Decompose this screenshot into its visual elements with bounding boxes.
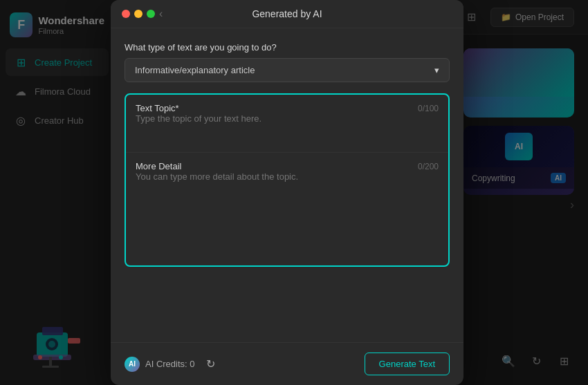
chevron-down-icon: ▾ xyxy=(434,65,439,75)
question-group: What type of text are you going to do? I… xyxy=(125,42,450,82)
credits-value: 0 xyxy=(190,359,194,369)
more-detail-input[interactable] xyxy=(136,171,439,254)
ai-credits-icon: AI xyxy=(125,357,140,372)
ai-modal: ‹ Generated by AI What type of text are … xyxy=(111,0,463,385)
modal-title: Generated by AI xyxy=(252,8,322,19)
credits-label-text: AI Credits: xyxy=(145,359,187,369)
text-topic-section: Text Topic* 0/100 xyxy=(126,95,448,152)
ai-credits-label: AI Credits: 0 xyxy=(145,359,195,369)
text-topic-label: Text Topic* xyxy=(136,103,179,113)
modal-titlebar: ‹ Generated by AI xyxy=(111,0,463,28)
more-detail-section: More Detail 0/200 xyxy=(126,153,448,265)
ai-credits-section: AI AI Credits: 0 ↻ xyxy=(125,354,221,375)
question-label: What type of text are you going to do? xyxy=(125,42,450,53)
app-background: F Wondershare Filmora ⊞ Create Project ☁… xyxy=(0,0,588,385)
modal-footer: AI AI Credits: 0 ↻ Generate Text xyxy=(111,342,463,385)
fields-box: Text Topic* 0/100 More Detail 0/200 xyxy=(125,93,450,267)
minimize-button[interactable] xyxy=(134,10,143,18)
more-detail-count: 0/200 xyxy=(418,162,439,171)
more-detail-label: More Detail xyxy=(136,161,181,171)
detail-label-row: More Detail 0/200 xyxy=(136,161,439,171)
text-topic-count: 0/100 xyxy=(418,104,439,113)
topic-label-row: Text Topic* 0/100 xyxy=(136,103,439,113)
text-topic-input[interactable] xyxy=(136,113,439,141)
modal-body: What type of text are you going to do? I… xyxy=(111,28,463,342)
window-controls xyxy=(122,10,155,18)
close-button[interactable] xyxy=(122,10,130,18)
modal-overlay: ‹ Generated by AI What type of text are … xyxy=(0,0,588,385)
maximize-button[interactable] xyxy=(147,10,155,18)
generate-text-button[interactable]: Generate Text xyxy=(365,353,450,375)
back-arrow-icon[interactable]: ‹ xyxy=(159,8,163,20)
refresh-credits-button[interactable]: ↻ xyxy=(201,354,221,375)
dropdown-value: Informative/explanatory article xyxy=(135,65,255,75)
text-type-dropdown[interactable]: Informative/explanatory article ▾ xyxy=(125,58,450,82)
